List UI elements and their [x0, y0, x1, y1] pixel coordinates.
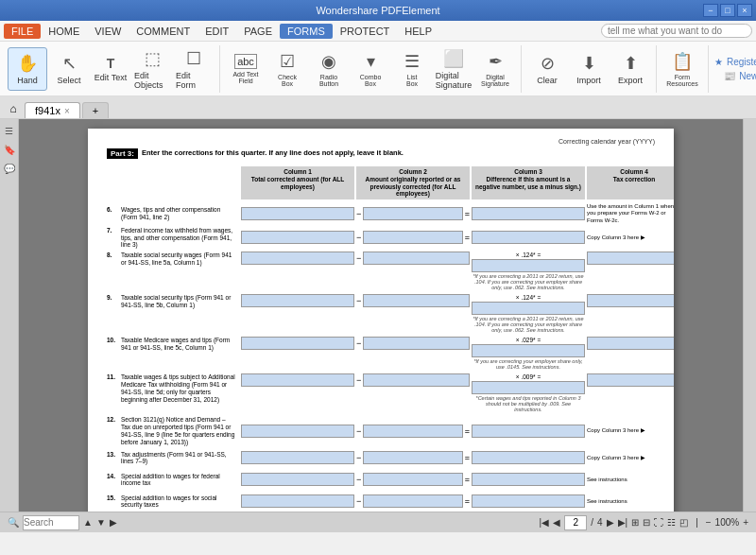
active-document-tab[interactable]: f941x ×	[25, 102, 80, 118]
row-10-col1-field[interactable]	[241, 337, 354, 350]
list-box-button[interactable]: ☰ ListBox	[392, 47, 432, 91]
menu-view[interactable]: VIEW	[87, 24, 129, 39]
page-last-button[interactable]: ▶|	[618, 517, 628, 528]
add-tab-button[interactable]: +	[82, 102, 109, 118]
row-14-col1-field[interactable]	[241, 473, 354, 486]
row-6-col2-field[interactable]	[363, 207, 462, 220]
row-11-col3-field[interactable]	[472, 381, 585, 394]
menu-search-box[interactable]	[601, 24, 752, 38]
tab-close-button[interactable]: ×	[64, 106, 70, 116]
menu-file[interactable]: FILE	[4, 24, 41, 39]
edit-text-button[interactable]: T Edit Text	[91, 47, 130, 91]
select-tool-button[interactable]: ↖ Select	[49, 47, 89, 91]
button-button[interactable]: ⬜ Digital Signature	[434, 47, 473, 91]
row-8-col1-field[interactable]	[241, 251, 354, 265]
table-row: 14. Special addition to wages for federa…	[107, 470, 655, 489]
row-11-col1-field[interactable]	[241, 373, 354, 387]
view-icon-3[interactable]: ⛶	[654, 517, 663, 528]
row-8-col4-field[interactable]	[587, 251, 674, 265]
radio-button-button[interactable]: ◉ RadioButton	[309, 47, 349, 91]
row-12-col2-field[interactable]	[363, 425, 462, 438]
row-12-col2-area: − =	[356, 425, 470, 438]
zoom-in-button[interactable]: +	[743, 517, 748, 528]
registered-button[interactable]: ★ Registered	[714, 57, 756, 67]
row-11-col4-field[interactable]	[587, 373, 674, 387]
row-13-col2-field[interactable]	[363, 451, 462, 464]
menu-search-input[interactable]	[608, 26, 740, 36]
row-9-col1-field[interactable]	[241, 294, 354, 307]
home-nav-button[interactable]: ⌂	[4, 99, 23, 118]
sidebar-icon-3[interactable]: 💬	[2, 161, 17, 176]
combo-box-button[interactable]: ▾ ComboBox	[351, 47, 390, 91]
clear-icon: ⊘	[541, 53, 555, 74]
row-11-col2-field[interactable]	[363, 373, 470, 387]
edit-objects-button[interactable]: ⬚ Edit Objects	[132, 47, 172, 91]
search-right-icon[interactable]: ▶	[110, 517, 117, 528]
search-input[interactable]	[23, 515, 79, 530]
row-7-col3-field[interactable]	[472, 231, 585, 244]
minimize-button[interactable]: −	[703, 4, 718, 17]
clear-button[interactable]: ⊘ Clear	[527, 47, 567, 91]
row-14-col3-field[interactable]	[472, 473, 585, 486]
page-first-button[interactable]: |◀	[540, 517, 550, 528]
row-13-col1-field[interactable]	[241, 451, 354, 464]
export-button[interactable]: ⬆ Export	[610, 47, 650, 91]
row-15-col1-field[interactable]	[241, 494, 354, 508]
row-12-col1-field[interactable]	[241, 425, 354, 438]
vertical-scrollbar[interactable]	[743, 119, 756, 512]
close-button[interactable]: ×	[737, 4, 752, 17]
add-text-field-button[interactable]: abc Add TextField	[226, 47, 266, 91]
row-10-col2-field[interactable]	[363, 337, 470, 350]
news-button[interactable]: 📰 News	[724, 71, 756, 81]
page-number-input[interactable]	[564, 515, 587, 530]
menu-forms[interactable]: FORMS	[280, 24, 333, 39]
import-button[interactable]: ⬇ Import	[569, 47, 609, 91]
row-14-col2-field[interactable]	[363, 473, 462, 486]
row-12-col4-text: Copy Column 3 here ▶	[587, 427, 674, 434]
form-resources-button[interactable]: 📋 FormResources	[662, 47, 702, 91]
search-down-icon[interactable]: ▼	[96, 517, 106, 528]
row-6-col3-field[interactable]	[472, 207, 585, 220]
row-8-col3-field[interactable]	[472, 259, 585, 272]
sidebar-icon-1[interactable]: ☰	[2, 123, 17, 138]
page-prev-button[interactable]: ◀	[553, 517, 560, 528]
row-10-col3-field[interactable]	[472, 344, 585, 357]
row-6-col1-field[interactable]	[241, 207, 354, 220]
digital-signature-button[interactable]: ✒ DigitalSignature	[475, 47, 515, 91]
menu-help[interactable]: HELP	[397, 24, 439, 39]
row-7-col1-field[interactable]	[241, 231, 354, 244]
view-icon-2[interactable]: ⊟	[643, 517, 650, 528]
document-scroll[interactable]: Correcting calendar year (YYYY) Part 3: …	[19, 119, 743, 512]
row-15-col3-field[interactable]	[472, 494, 585, 508]
row-8-col2-field[interactable]	[363, 251, 470, 265]
select-icon: ↖	[62, 53, 77, 74]
page-next-button[interactable]: ▶	[607, 517, 614, 528]
row-9-col2-field[interactable]	[363, 294, 470, 307]
menu-page[interactable]: PAGE	[236, 24, 280, 39]
edit-form-button[interactable]: ☐ Edit Form	[174, 47, 214, 91]
row-12-col3-field[interactable]	[472, 425, 585, 438]
search-up-icon[interactable]: ▲	[83, 517, 93, 528]
row-13-col2-area: − =	[356, 451, 470, 464]
row-13-col3-field[interactable]	[472, 451, 585, 464]
check-box-button[interactable]: ☑ CheckBox	[267, 47, 307, 91]
row-15-col2-field[interactable]	[363, 494, 462, 508]
hand-tool-button[interactable]: ✋ Hand	[8, 47, 47, 91]
row-9-col4-field[interactable]	[587, 294, 674, 307]
row-7-col2-field[interactable]	[363, 231, 462, 244]
page-navigation: |◀ ◀ / 4 ▶ ▶|	[540, 515, 628, 530]
maximize-button[interactable]: □	[720, 4, 735, 17]
view-icon-5[interactable]: ◰	[679, 517, 688, 528]
sidebar-icon-2[interactable]: 🔖	[2, 142, 17, 157]
digital-sig-icon: ✒	[489, 51, 503, 72]
view-icon-4[interactable]: ☷	[667, 517, 676, 528]
row-10-col4-field[interactable]	[587, 337, 674, 350]
view-icon-1[interactable]: ⊞	[631, 517, 639, 528]
combo-box-label: ComboBox	[360, 74, 382, 87]
menu-protect[interactable]: PROTECT	[333, 24, 398, 39]
menu-edit[interactable]: EDIT	[198, 24, 236, 39]
menu-comment[interactable]: COMMENT	[129, 24, 198, 39]
row-9-col3-field[interactable]	[472, 302, 585, 315]
zoom-out-button[interactable]: −	[706, 517, 712, 528]
menu-home[interactable]: HOME	[41, 24, 87, 39]
